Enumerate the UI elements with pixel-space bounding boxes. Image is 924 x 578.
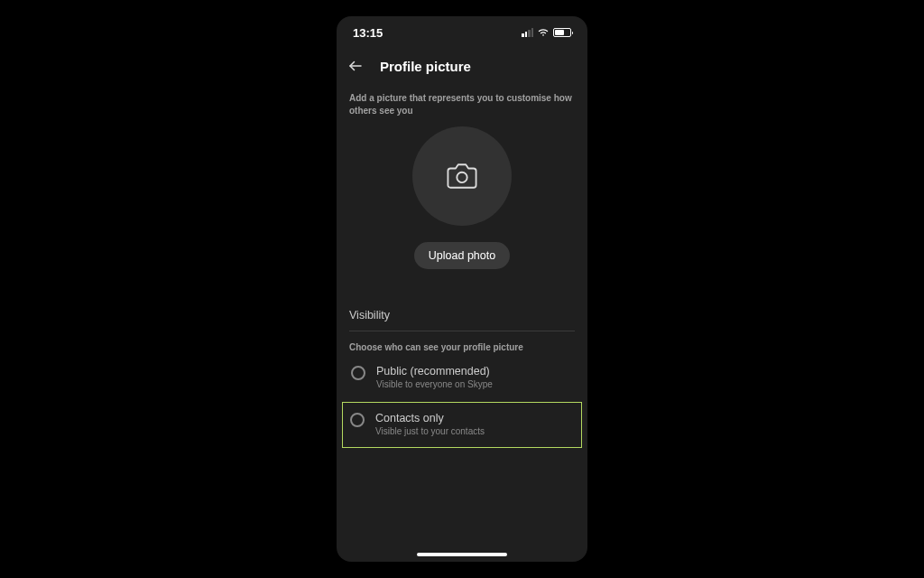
- phone-frame: 13:15 Profile picture Add a picture that…: [337, 16, 587, 562]
- option-description: Visible just to your contacts: [375, 426, 485, 436]
- visibility-section-header: Visibility: [349, 309, 575, 331]
- radio-unchecked-icon: [350, 413, 365, 427]
- cellular-signal-icon: [522, 28, 533, 37]
- upload-photo-button[interactable]: Upload photo: [414, 242, 510, 269]
- avatar-placeholder[interactable]: [412, 126, 512, 226]
- option-title: Contacts only: [375, 412, 485, 424]
- visibility-option-contacts[interactable]: Contacts only Visible just to your conta…: [342, 402, 582, 448]
- option-text: Contacts only Visible just to your conta…: [375, 412, 485, 436]
- status-icons: [522, 28, 571, 37]
- content: Add a picture that represents you to cus…: [337, 83, 587, 562]
- svg-point-1: [457, 172, 467, 182]
- option-title: Public (recommended): [376, 365, 493, 378]
- battery-icon: [553, 28, 571, 37]
- back-button[interactable]: [346, 56, 365, 76]
- status-time: 13:15: [353, 26, 383, 40]
- page-title: Profile picture: [380, 59, 471, 74]
- avatar-section: Upload photo: [349, 126, 575, 269]
- option-text: Public (recommended) Visible to everyone…: [376, 365, 493, 389]
- wifi-icon: [537, 28, 550, 37]
- option-description: Visible to everyone on Skype: [376, 379, 493, 389]
- arrow-left-icon: [347, 58, 364, 74]
- visibility-description: Choose who can see your profile picture: [349, 342, 575, 352]
- visibility-option-public[interactable]: Public (recommended) Visible to everyone…: [349, 363, 575, 391]
- radio-unchecked-icon: [351, 366, 365, 380]
- page-subtitle: Add a picture that represents you to cus…: [349, 92, 575, 117]
- home-indicator[interactable]: [417, 553, 507, 556]
- status-bar: 13:15: [337, 16, 587, 49]
- page-header: Profile picture: [337, 49, 587, 83]
- camera-icon: [447, 161, 477, 191]
